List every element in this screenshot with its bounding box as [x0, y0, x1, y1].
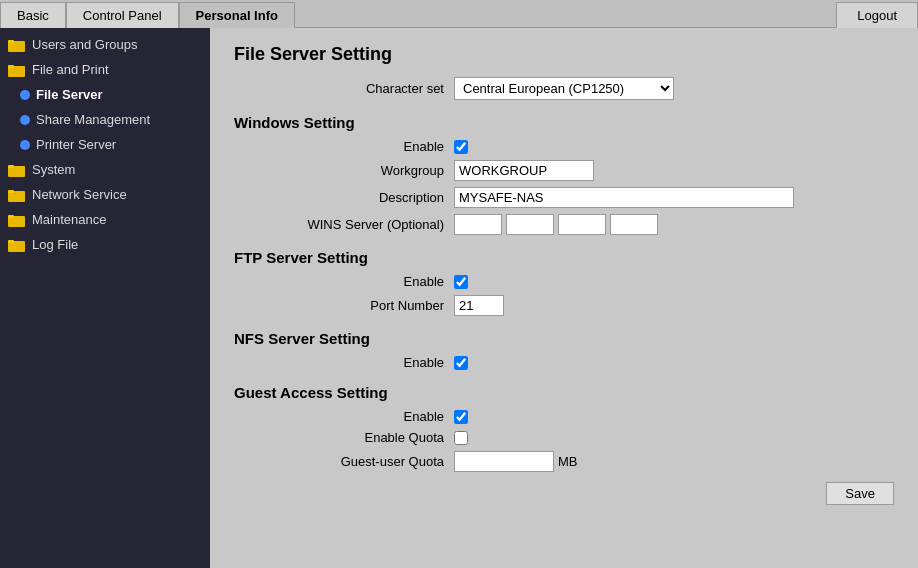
nfs-enable-checkbox[interactable] [454, 356, 468, 370]
workgroup-input[interactable] [454, 160, 594, 181]
guest-enable-row: Enable [234, 409, 894, 424]
windows-section-title: Windows Setting [234, 114, 894, 131]
folder-icon [8, 38, 26, 52]
logout-button[interactable]: Logout [836, 2, 918, 28]
windows-enable-label: Enable [254, 139, 454, 154]
wins-inputs [454, 214, 658, 235]
tab-control-panel[interactable]: Control Panel [66, 2, 179, 28]
character-set-select[interactable]: Central European (CP1250) UTF-8 Western … [454, 77, 674, 100]
guest-enable-checkbox[interactable] [454, 410, 468, 424]
guest-enable-label: Enable [254, 409, 454, 424]
svg-rect-8 [8, 190, 14, 193]
guest-quota-label: Enable Quota [254, 430, 454, 445]
nfs-enable-label: Enable [254, 355, 454, 370]
main-content: File Server Setting Character set Centra… [210, 28, 918, 568]
description-label: Description [254, 190, 454, 205]
svg-rect-6 [8, 165, 14, 168]
guest-user-quota-row: Guest-user Quota MB [234, 451, 894, 472]
ftp-section-title: FTP Server Setting [234, 249, 894, 266]
sidebar-item-printer-server[interactable]: Printer Server [0, 132, 210, 157]
sidebar-item-users-groups[interactable]: Users and Groups [0, 32, 210, 57]
wins-input-4[interactable] [610, 214, 658, 235]
sidebar-label-file-server: File Server [36, 87, 103, 102]
blue-dot-share [20, 115, 30, 125]
svg-rect-2 [8, 40, 14, 43]
sidebar-label-users-groups: Users and Groups [32, 37, 138, 52]
folder-icon-5 [8, 213, 26, 227]
ftp-enable-row: Enable [234, 274, 894, 289]
blue-dot-file-server [20, 90, 30, 100]
workgroup-label: Workgroup [254, 163, 454, 178]
description-input[interactable] [454, 187, 794, 208]
windows-enable-checkbox[interactable] [454, 140, 468, 154]
folder-icon-3 [8, 163, 26, 177]
sidebar-label-share: Share Management [36, 112, 150, 127]
nfs-enable-row: Enable [234, 355, 894, 370]
sidebar: Users and Groups File and Print File Ser… [0, 28, 210, 568]
description-row: Description [234, 187, 894, 208]
port-row: Port Number [234, 295, 894, 316]
guest-section-title: Guest Access Setting [234, 384, 894, 401]
save-button[interactable]: Save [826, 482, 894, 505]
guest-quota-row: Enable Quota [234, 430, 894, 445]
guest-user-quota-input[interactable] [454, 451, 554, 472]
sidebar-item-log-file[interactable]: Log File [0, 232, 210, 257]
folder-icon-6 [8, 238, 26, 252]
port-input[interactable] [454, 295, 504, 316]
port-label: Port Number [254, 298, 454, 313]
guest-quota-checkbox[interactable] [454, 431, 468, 445]
sidebar-item-maintenance[interactable]: Maintenance [0, 207, 210, 232]
character-set-row: Character set Central European (CP1250) … [234, 77, 894, 100]
character-set-label: Character set [254, 81, 454, 96]
windows-enable-row: Enable [234, 139, 894, 154]
sidebar-item-file-server[interactable]: File Server [0, 82, 210, 107]
sidebar-label-system: System [32, 162, 75, 177]
tab-personal-info[interactable]: Personal Info [179, 2, 295, 28]
nfs-section-title: NFS Server Setting [234, 330, 894, 347]
wins-input-2[interactable] [506, 214, 554, 235]
sidebar-item-share-management[interactable]: Share Management [0, 107, 210, 132]
page-title: File Server Setting [234, 44, 894, 65]
sidebar-item-system[interactable]: System [0, 157, 210, 182]
ftp-enable-checkbox[interactable] [454, 275, 468, 289]
wins-row: WINS Server (Optional) [234, 214, 894, 235]
svg-rect-12 [8, 240, 14, 243]
folder-icon-4 [8, 188, 26, 202]
sidebar-label-log: Log File [32, 237, 78, 252]
ftp-enable-label: Enable [254, 274, 454, 289]
sidebar-item-network-service[interactable]: Network Service [0, 182, 210, 207]
sidebar-item-file-print[interactable]: File and Print [0, 57, 210, 82]
blue-dot-printer [20, 140, 30, 150]
guest-user-quota-label: Guest-user Quota [254, 454, 454, 469]
svg-rect-4 [8, 65, 14, 68]
workgroup-row: Workgroup [234, 160, 894, 181]
sidebar-label-maintenance: Maintenance [32, 212, 106, 227]
sidebar-label-printer: Printer Server [36, 137, 116, 152]
mb-label: MB [558, 454, 578, 469]
save-row: Save [234, 482, 894, 505]
svg-rect-10 [8, 215, 14, 218]
wins-input-3[interactable] [558, 214, 606, 235]
sidebar-label-network: Network Service [32, 187, 127, 202]
wins-input-1[interactable] [454, 214, 502, 235]
wins-label: WINS Server (Optional) [254, 217, 454, 232]
folder-icon-2 [8, 63, 26, 77]
tab-basic[interactable]: Basic [0, 2, 66, 28]
sidebar-label-file-print: File and Print [32, 62, 109, 77]
